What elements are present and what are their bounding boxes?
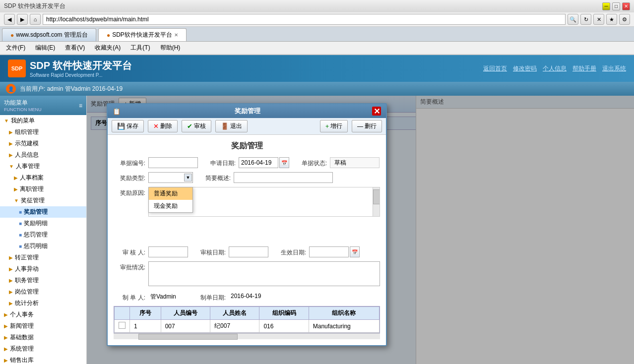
doc-no-input[interactable] (148, 157, 198, 168)
row-checkbox-cell[interactable] (115, 320, 130, 333)
effective-date-field: 📅 (309, 246, 360, 257)
col-org-name: 组织名称 (309, 307, 379, 320)
header-links: 返回首页 修改密码 个人信息 帮助手册 退出系统 (483, 64, 626, 73)
sidebar-item-demo[interactable]: ▶ 示范建模 (0, 138, 86, 149)
modal-close-btn[interactable]: ✕ (372, 107, 381, 116)
sidebar-item-resignation[interactable]: ▶ 离职管理 (0, 183, 86, 195)
favorites-btn[interactable]: ★ (606, 14, 617, 25)
sidebar-item-mymenu[interactable]: ▼ 我的菜单 (0, 115, 86, 126)
sidebar-item-award-detail[interactable]: ■ 奖励明细 (0, 218, 86, 229)
approve-note-textarea[interactable] (148, 261, 380, 286)
url-input[interactable] (43, 14, 566, 25)
approver-input[interactable] (148, 246, 188, 257)
sidebar-item-stats[interactable]: ▶ 统计分析 (0, 298, 86, 309)
menu-tools[interactable]: 工具(T) (128, 43, 152, 53)
approve-icon: ✔ (187, 122, 192, 130)
sidebar-item-label: 组织管理 (15, 128, 39, 136)
tab-bar: ● www.sdpsoft.com 管理后台 ● SDP软件快速开发平台 ✕ (0, 27, 634, 42)
sidebar-item-post[interactable]: ▶ 岗位管理 (0, 286, 86, 298)
sidebar-item-position[interactable]: ▶ 职务管理 (0, 275, 86, 286)
modal-data-table-container: 序号 人员编号 人员姓名 组织编码 组织名称 1 007 (114, 306, 380, 333)
folder-icon: ▶ (9, 152, 13, 158)
home-btn[interactable]: ⌂ (30, 14, 41, 25)
stop-btn[interactable]: ✕ (593, 14, 604, 25)
approve-btn[interactable]: ✔ 审核 (182, 120, 211, 132)
sidebar-item-label: 人事档案 (20, 174, 44, 182)
apply-date-picker-btn[interactable]: 📅 (279, 157, 289, 168)
menu-favorites[interactable]: 收藏夹(A) (93, 43, 123, 53)
apply-date-input[interactable] (239, 157, 278, 168)
folder-icon: ▶ (9, 301, 13, 306)
close-btn[interactable]: ✕ (622, 2, 630, 10)
leaf-icon: ■ (19, 243, 22, 249)
sidebar-item-orgmgmt[interactable]: ▶ 组织管理 (0, 126, 86, 138)
approve-date-input[interactable] (229, 246, 268, 257)
link-personal[interactable]: 个人信息 (543, 64, 567, 73)
sidebar-item-hrmgmt[interactable]: ▼ 人事管理 (0, 161, 86, 172)
summary-input[interactable] (234, 172, 333, 183)
link-help[interactable]: 帮助手册 (572, 64, 596, 73)
sidebar-item-sales[interactable]: ▶ 销售出库 (0, 355, 86, 364)
search-btn[interactable]: 🔍 (568, 14, 578, 25)
status-label: 单据状态: (295, 157, 330, 168)
reason-scrollbar-v[interactable] (373, 187, 380, 216)
sidebar-item-hr-file[interactable]: ▶ 人事档案 (0, 172, 86, 183)
forward-btn[interactable]: ▶ (17, 14, 28, 25)
sidebar-item-personnel[interactable]: ▶ 人员信息 (0, 149, 86, 161)
folder-icon: ▼ (14, 198, 19, 203)
folder-icon: ▶ (9, 129, 13, 135)
refresh-btn[interactable]: ↻ (580, 14, 591, 25)
menu-view[interactable]: 查看(V) (63, 43, 87, 53)
settings-btn[interactable]: ⚙ (619, 14, 630, 25)
sidebar-item-label: 销售出库 (10, 356, 34, 364)
menu-bar: 文件(F) 编辑(E) 查看(V) 收藏夹(A) 工具(T) 帮助(H) (0, 42, 634, 55)
folder-icon: ▶ (9, 141, 13, 146)
link-change-pwd[interactable]: 修改密码 (513, 64, 537, 73)
delete-btn[interactable]: ✕ 删除 (148, 120, 178, 132)
content-area: 奖励管理 + 新增 序号 简要概述 (87, 96, 634, 364)
tab-2[interactable]: ● SDP软件快速开发平台 ✕ (98, 28, 187, 41)
folder-icon: ▶ (4, 335, 8, 340)
sidebar-item-label: 人事异动 (15, 265, 39, 273)
tab-1[interactable]: ● www.sdpsoft.com 管理后台 (2, 28, 96, 41)
maximize-btn[interactable]: □ (612, 2, 620, 10)
sidebar-item-award[interactable]: ■ 奖励管理 (0, 206, 86, 218)
sidebar-item-basic[interactable]: ▶ 基础数据 (0, 332, 86, 343)
add-row-btn[interactable]: + 增行 (320, 120, 348, 132)
menu-help[interactable]: 帮助(H) (158, 43, 183, 53)
leaf-icon: ■ (19, 232, 22, 238)
link-logout[interactable]: 退出系统 (602, 64, 626, 73)
folder-icon: ▶ (9, 289, 13, 295)
sidebar-item-award-mgmt[interactable]: ▼ 奖征管理 (0, 195, 86, 206)
tab-close-icon[interactable]: ✕ (174, 32, 178, 38)
form-row-3: 奖励原因: 普通奖励 现金奖励 (114, 187, 380, 217)
sidebar-item-news[interactable]: ▶ 新闻管理 (0, 320, 86, 332)
dropdown-item-cash[interactable]: 现金奖励 (149, 200, 192, 212)
row-checkbox[interactable] (119, 322, 126, 329)
sidebar-item-system[interactable]: ▶ 系统管理 (0, 343, 86, 355)
sidebar-item-label: 奖励管理 (24, 208, 48, 216)
app-subtitle: Software Rapid Development P... (30, 72, 132, 78)
sidebar-item-transfer[interactable]: ▶ 转正管理 (0, 252, 86, 263)
sidebar-item-personal[interactable]: ▶ 个人事务 (0, 309, 86, 320)
minimize-btn[interactable]: ─ (602, 2, 610, 10)
del-row-btn[interactable]: — 删行 (352, 120, 382, 132)
back-btn[interactable]: ◀ (4, 14, 15, 25)
sidebar-item-movement[interactable]: ▶ 人事异动 (0, 263, 86, 275)
link-home[interactable]: 返回首页 (483, 64, 507, 73)
menu-edit[interactable]: 编辑(E) (33, 43, 57, 53)
sidebar-item-punish-detail[interactable]: ■ 惩罚明细 (0, 241, 86, 252)
effective-date-picker-btn[interactable]: 📅 (350, 246, 360, 257)
exit-btn[interactable]: 🚪 退出 (215, 120, 248, 132)
sidebar-toggle-icon[interactable]: ≡ (79, 102, 82, 109)
award-type-label: 奖励类型: (114, 172, 148, 182)
award-type-dropdown-btn[interactable]: ▼ (184, 174, 192, 182)
form-row-4: 审 核 人: 审核日期: 生效日期: 📅 (114, 246, 380, 257)
menu-file[interactable]: 文件(F) (4, 43, 27, 53)
modal-h-scrollbar[interactable] (114, 333, 380, 339)
sidebar-item-label: 人事管理 (16, 162, 40, 171)
sidebar-item-punish[interactable]: ■ 惩罚管理 (0, 229, 86, 241)
save-btn[interactable]: 💾 保存 (112, 120, 144, 132)
dropdown-item-normal[interactable]: 普通奖励 (149, 187, 192, 200)
effective-date-input[interactable] (309, 246, 349, 257)
